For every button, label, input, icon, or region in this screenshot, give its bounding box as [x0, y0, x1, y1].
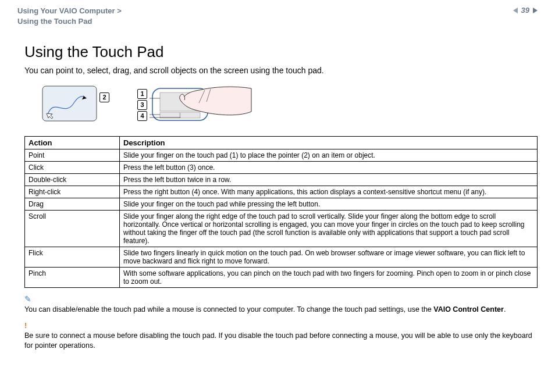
description-cell: Press the left button twice in a row.	[120, 174, 538, 186]
next-page-arrow-icon[interactable]	[533, 8, 538, 13]
action-cell: Right-click	[25, 186, 120, 198]
action-cell: Flick	[25, 247, 120, 268]
page-number: 39	[521, 6, 529, 15]
tip-text-bold: VAIO Control Center	[433, 305, 504, 313]
action-cell: Click	[25, 162, 120, 174]
description-cell: Slide your finger along the right edge o…	[120, 211, 538, 247]
page-title: Using the Touch Pad	[24, 43, 538, 61]
tip-text-post: .	[504, 305, 506, 313]
callout-1: 1	[137, 89, 147, 99]
svg-rect-3	[160, 112, 180, 118]
warning-note: ! Be sure to connect a mouse before disa…	[24, 320, 538, 351]
action-cell: Drag	[25, 198, 120, 211]
intro-text: You can point to, select, drag, and scro…	[24, 66, 538, 75]
prev-page-arrow-icon[interactable]	[513, 8, 518, 13]
table-row: PinchWith some software applications, yo…	[25, 268, 538, 288]
svg-rect-4	[180, 112, 200, 118]
actions-table: Action Description PointSlide your finge…	[24, 136, 538, 288]
tip-text-pre: You can disable/enable the touch pad whi…	[24, 305, 433, 313]
page-content: Using the Touch Pad You can point to, se…	[0, 31, 555, 350]
actions-table-body: PointSlide your finger on the touch pad …	[25, 149, 538, 288]
description-cell: Slide two fingers linearly in quick moti…	[120, 247, 538, 268]
action-cell: Scroll	[25, 211, 120, 247]
description-cell: Slide your finger on the touch pad (1) t…	[120, 149, 538, 162]
table-row: PointSlide your finger on the touch pad …	[25, 149, 538, 162]
action-cell: Point	[25, 149, 120, 162]
table-row: ScrollSlide your finger along the right …	[25, 211, 538, 247]
callout-2: 2	[99, 92, 109, 102]
callout-3: 3	[137, 100, 147, 110]
table-header-action: Action	[25, 137, 120, 149]
breadcrumb-line-2: Using the Touch Pad	[17, 16, 122, 27]
description-cell: Press the left button (3) once.	[120, 162, 538, 174]
pencil-note-icon: ✎	[24, 294, 31, 304]
action-cell: Double-click	[25, 174, 120, 186]
exclamation-warn-icon: !	[24, 321, 27, 330]
action-cell: Pinch	[25, 268, 120, 288]
page-nav: 39	[513, 6, 538, 15]
page-header: Using Your VAIO Computer > Using the Tou…	[0, 0, 555, 31]
table-row: FlickSlide two fingers linearly in quick…	[25, 247, 538, 268]
table-row: ClickPress the left button (3) once.	[25, 162, 538, 174]
warning-text: Be sure to connect a mouse before disabl…	[24, 332, 532, 350]
description-cell: With some software applications, you can…	[120, 268, 538, 288]
table-row: DragSlide your finger on the touch pad w…	[25, 198, 538, 211]
breadcrumb-line-1: Using Your VAIO Computer >	[17, 6, 122, 16]
table-header-description: Description	[120, 137, 538, 149]
tip-note: ✎ You can disable/enable the touch pad w…	[24, 294, 538, 315]
callout-stack: 1 3 4	[137, 89, 147, 121]
callout-4: 4	[137, 111, 147, 121]
description-cell: Press the right button (4) once. With ma…	[120, 186, 538, 198]
description-cell: Slide your finger on the touch pad while…	[120, 198, 538, 211]
screen-cursor-diagram	[42, 85, 97, 123]
table-row: Double-clickPress the left button twice …	[25, 174, 538, 186]
diagram-row: 2 1 3 4	[42, 85, 538, 129]
touchpad-hand-diagram	[150, 85, 254, 129]
breadcrumb: Using Your VAIO Computer > Using the Tou…	[17, 6, 122, 27]
table-row: Right-clickPress the right button (4) on…	[25, 186, 538, 198]
